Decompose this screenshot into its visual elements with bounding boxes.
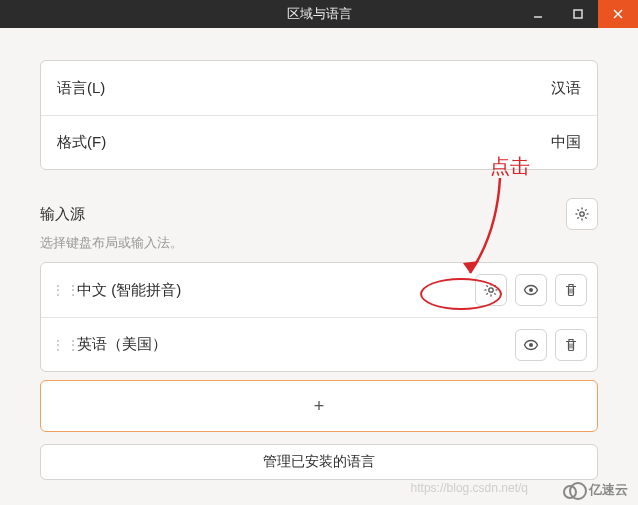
titlebar: 区域与语言 [0,0,638,28]
input-sources-title: 输入源 [40,205,85,224]
input-source-preview-button[interactable] [515,329,547,361]
language-value: 汉语 [551,79,581,98]
input-sources-header: 输入源 [40,198,598,230]
region-settings-card: 语言(L) 汉语 格式(F) 中国 [40,60,598,170]
content-area: 语言(L) 汉语 格式(F) 中国 输入源 选择键盘布局或输入法。 ⋮⋮ 中文 … [0,28,638,505]
plus-icon: + [314,396,325,417]
input-source-delete-button[interactable] [555,274,587,306]
trash-icon [563,337,579,353]
svg-line-12 [577,217,578,218]
eye-icon [523,337,539,353]
language-label: 语言(L) [57,79,105,98]
svg-point-4 [580,212,584,216]
input-sources-subtitle: 选择键盘布局或输入法。 [40,234,598,252]
close-button[interactable] [598,0,638,28]
eye-icon [523,282,539,298]
svg-line-19 [494,293,495,294]
window-controls [518,0,638,28]
language-row[interactable]: 语言(L) 汉语 [41,61,597,115]
watermark-brand-text: 亿速云 [589,481,628,499]
input-sources-list: ⋮⋮ 中文 (智能拼音) [40,262,598,372]
manage-languages-button[interactable]: 管理已安装的语言 [40,444,598,480]
manage-languages-label: 管理已安装的语言 [263,453,375,471]
format-row[interactable]: 格式(F) 中国 [41,115,597,169]
input-source-row: ⋮⋮ 英语（美国） [41,317,597,371]
drag-handle-icon[interactable]: ⋮⋮ [51,337,67,353]
minimize-button[interactable] [518,0,558,28]
cloud-icon [561,482,585,498]
svg-line-18 [486,285,487,286]
svg-point-25 [529,343,533,347]
svg-line-21 [486,293,487,294]
svg-line-11 [585,209,586,210]
svg-line-9 [577,209,578,210]
input-source-delete-button[interactable] [555,329,587,361]
trash-icon [563,282,579,298]
add-input-source-button[interactable]: + [40,380,598,432]
drag-handle-icon[interactable]: ⋮⋮ [51,282,67,298]
watermark-brand: 亿速云 [561,481,628,499]
gear-icon [574,206,590,222]
maximize-button[interactable] [558,0,598,28]
svg-point-22 [529,288,533,292]
window-title: 区域与语言 [287,5,352,23]
gear-icon [483,282,499,298]
input-source-preview-button[interactable] [515,274,547,306]
input-source-name: 中文 (智能拼音) [77,281,465,300]
svg-line-10 [585,217,586,218]
svg-rect-1 [574,10,582,18]
watermark-url: https://blog.csdn.net/q [411,481,528,495]
svg-point-13 [489,288,493,292]
format-value: 中国 [551,133,581,152]
input-source-name: 英语（美国） [77,335,505,354]
input-source-settings-button[interactable] [475,274,507,306]
input-sources-settings-button[interactable] [566,198,598,230]
svg-line-20 [494,285,495,286]
format-label: 格式(F) [57,133,106,152]
input-source-row: ⋮⋮ 中文 (智能拼音) [41,263,597,317]
